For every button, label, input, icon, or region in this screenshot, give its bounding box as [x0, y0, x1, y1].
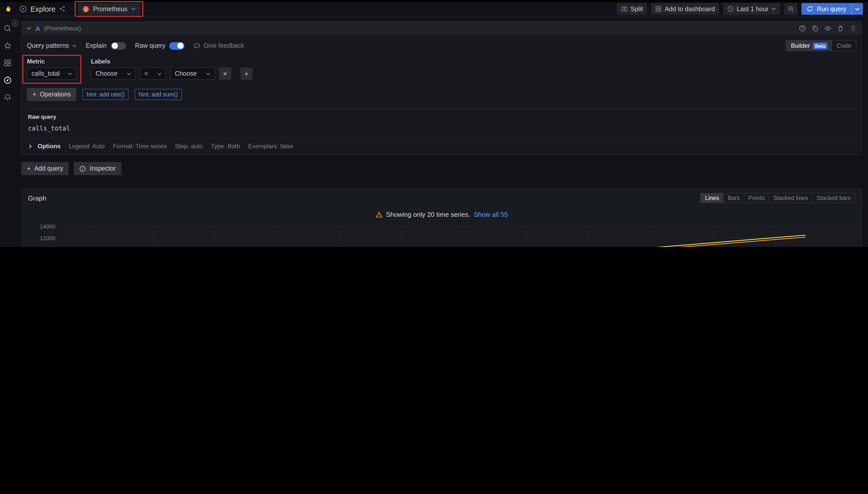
- builder-tab[interactable]: Builder Beta: [786, 41, 832, 51]
- series-limit-warning: Showing only 20 time series. Show all 55: [28, 211, 855, 218]
- graph-mode-bars[interactable]: Bars: [723, 193, 744, 203]
- metric-label: Metric: [27, 58, 77, 65]
- inspector-button[interactable]: Inspector: [74, 162, 122, 175]
- series-line: [222, 235, 806, 247]
- time-series-chart[interactable]: 02000400060008000100001200014000 23:2523…: [28, 223, 855, 247]
- toggle-visibility-button[interactable]: [824, 25, 831, 32]
- explore-icon[interactable]: [3, 76, 12, 84]
- remove-query-button[interactable]: [837, 25, 844, 32]
- drag-handle-icon[interactable]: [850, 25, 857, 32]
- time-range-picker[interactable]: Last 1 hour: [723, 3, 780, 15]
- raw-query-section: Raw query calls_total: [27, 109, 856, 138]
- option-summary: Step: auto: [175, 142, 202, 150]
- y-axis-label: 12000: [40, 235, 55, 241]
- options-label: Options: [38, 142, 61, 150]
- datasource-picker[interactable]: Prometheus: [78, 3, 140, 15]
- chevron-down-icon: [855, 6, 860, 12]
- duplicate-query-button[interactable]: [812, 25, 819, 32]
- editor-mode-switch: Builder Beta Code: [786, 40, 856, 51]
- page-title: Explore: [31, 5, 55, 13]
- option-summary: Type: Both: [211, 142, 240, 150]
- y-axis-label: 10000: [40, 247, 55, 247]
- app-window: Explore Prometheus Split Add to dashboar…: [0, 0, 868, 247]
- apps-icon: [655, 5, 662, 12]
- label-operator-select[interactable]: =: [140, 68, 166, 80]
- chevron-right-icon: [28, 144, 33, 149]
- starred-icon[interactable]: [3, 42, 12, 50]
- zoom-out-button[interactable]: [784, 3, 798, 15]
- add-to-dashboard-button[interactable]: Add to dashboard: [651, 3, 719, 15]
- chevron-down-icon: [131, 6, 135, 11]
- warning-icon: [375, 211, 382, 218]
- chevron-down-icon: [206, 71, 211, 76]
- y-axis-label: 14000: [40, 223, 55, 229]
- explain-toggle[interactable]: [110, 42, 126, 50]
- chevron-down-icon: [772, 6, 776, 11]
- query-hint-button[interactable]: hint: add rate(): [83, 89, 129, 100]
- share-icon[interactable]: [59, 5, 66, 12]
- query-row-header[interactable]: A (Prometheus): [22, 22, 862, 35]
- raw-query-toggle[interactable]: [169, 42, 185, 50]
- sidebar-expand-button[interactable]: ›: [11, 19, 19, 27]
- beta-badge: Beta: [813, 42, 827, 49]
- dashboards-icon[interactable]: [3, 59, 12, 67]
- top-nav: Explore Prometheus Split Add to dashboar…: [0, 2, 868, 16]
- chevron-down-icon: [68, 71, 72, 76]
- top-strip: [0, 0, 868, 2]
- graph-mode-lines[interactable]: Lines: [701, 193, 723, 203]
- query-ref-id: A: [36, 25, 40, 32]
- graph-mode-stacked-bars[interactable]: Stacked bars: [812, 193, 855, 203]
- search-icon[interactable]: [3, 24, 12, 33]
- metric-field: Metric calls_total: [27, 58, 77, 80]
- split-button[interactable]: Split: [617, 3, 647, 15]
- query-hint-button[interactable]: hint: add sum(): [135, 89, 182, 100]
- raw-query-label: Raw query: [135, 42, 165, 49]
- info-circle-icon: [79, 165, 86, 172]
- run-query-button[interactable]: Run query: [802, 3, 863, 15]
- graph-mode-points[interactable]: Points: [744, 193, 768, 203]
- add-label-filter-button[interactable]: +: [240, 68, 253, 80]
- show-all-series-link[interactable]: Show all 55: [474, 211, 508, 218]
- raw-query-section-label: Raw query: [28, 114, 855, 120]
- label-value-select[interactable]: Choose: [170, 68, 215, 80]
- option-summary: Format: Time series: [113, 142, 167, 150]
- graph-panel-title: Graph: [28, 194, 46, 202]
- chevron-down-icon: [127, 71, 131, 76]
- labels-label: Labels: [91, 58, 253, 65]
- query-help-button[interactable]: [799, 25, 806, 32]
- operations-button[interactable]: +Operations: [27, 88, 76, 101]
- refresh-icon: [807, 5, 813, 12]
- y-axis: 02000400060008000100001200014000: [28, 223, 60, 247]
- plot-area[interactable]: 23:2523:3023:3523:4023:4523:5023:5500:00…: [60, 223, 855, 247]
- query-toolbar: Query patterns Explain Raw query: [27, 40, 856, 51]
- split-icon: [621, 5, 627, 12]
- datasource-name: Prometheus: [93, 5, 127, 13]
- add-query-button[interactable]: +Add query: [21, 162, 69, 175]
- graph-mode-stacked-lines[interactable]: Stacked lines: [768, 193, 812, 203]
- raw-query-text: calls_total: [28, 125, 70, 132]
- chevron-down-icon: [72, 43, 76, 48]
- graph-panel: Graph LinesBarsPointsStacked linesStacke…: [21, 188, 862, 247]
- clock-icon: [727, 5, 734, 12]
- query-patterns-dropdown[interactable]: Query patterns: [27, 42, 76, 49]
- metric-select[interactable]: calls_total: [27, 68, 77, 80]
- run-query-caret[interactable]: [851, 3, 863, 15]
- give-feedback-button[interactable]: Give feedback: [194, 42, 244, 49]
- option-summary: Legend: Auto: [69, 142, 105, 150]
- alerting-icon[interactable]: [3, 93, 12, 101]
- options-row[interactable]: Options Legend: AutoFormat: Time seriesS…: [27, 138, 856, 154]
- graph-mode-group: LinesBarsPointsStacked linesStacked bars: [701, 193, 855, 203]
- option-summary: Exemplars: false: [248, 142, 293, 150]
- explain-label: Explain: [86, 42, 107, 49]
- code-tab[interactable]: Code: [832, 41, 856, 51]
- page-title-group: Explore: [19, 5, 66, 13]
- query-datasource-hint: (Prometheus): [44, 25, 81, 32]
- collapse-chevron-icon[interactable]: [26, 26, 32, 31]
- zoom-out-icon: [788, 5, 794, 12]
- remove-label-filter-button[interactable]: ×: [219, 68, 231, 80]
- grafana-logo[interactable]: [0, 4, 15, 13]
- comment-icon: [194, 42, 200, 49]
- label-name-select[interactable]: Choose: [91, 68, 136, 80]
- sidebar: [0, 16, 15, 247]
- run-query-main[interactable]: Run query: [802, 3, 851, 15]
